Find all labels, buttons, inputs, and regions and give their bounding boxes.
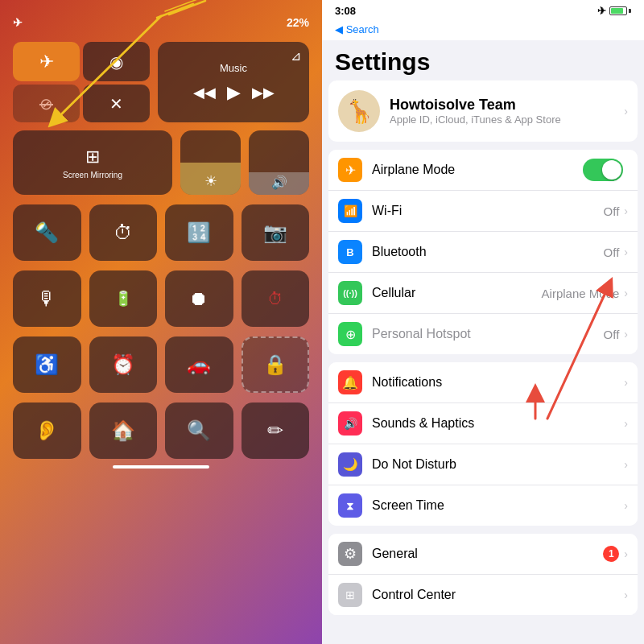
next-track-button[interactable]: ▶▶ <box>252 84 275 101</box>
bluetooth-label: Bluetooth <box>372 245 427 258</box>
screen-mirror-icon: ⊞ <box>85 147 100 167</box>
airplane-mode-text: Airplane Mode <box>372 163 583 177</box>
cellular-row[interactable]: ((·)) Cellular Airplane Mode › <box>328 273 638 314</box>
record-button[interactable]: ⏺ <box>165 270 233 327</box>
bluetooth-icon: B <box>338 240 362 264</box>
airplay-icon[interactable]: ⊿ <box>291 48 301 64</box>
battery-fill <box>611 8 623 14</box>
left-status-bar: ✈ 22% <box>13 16 309 29</box>
cellular-chevron-icon: › <box>624 287 628 299</box>
battery-body <box>609 6 627 15</box>
profile-subtitle: Apple ID, iCloud, iTunes & App Store <box>390 114 624 126</box>
accessibility-button[interactable]: ♿ <box>13 336 81 393</box>
settings-list: 🦒 Howtoisolve Team Apple ID, iCloud, iTu… <box>322 80 644 644</box>
battery-tip <box>629 9 631 13</box>
profile-section: 🦒 Howtoisolve Team Apple ID, iCloud, iTu… <box>328 80 638 142</box>
svg-line-2 <box>169 1 205 14</box>
icon-grid-2: 🎙 🔋 ⏺ ⏱ <box>13 270 309 327</box>
general-badge: 1 <box>603 546 619 562</box>
icon-grid-3: ♿ ⏰ 🚗 🔒 <box>13 336 309 393</box>
personal-hotspot-text: Personal Hotspot <box>372 327 604 341</box>
battery-button[interactable]: 🔋 <box>89 270 158 327</box>
control-center-chevron-icon: › <box>624 588 628 601</box>
wifi-off-cell[interactable]: ⊘ <box>13 85 80 122</box>
personal-hotspot-value: Off <box>604 328 620 341</box>
control-center-row[interactable]: ⊞ Control Center › <box>328 575 638 615</box>
general-chevron-icon: › <box>624 547 628 560</box>
cc-row-1: ✈ ◉ ⊘ ✕ ⊿ Music ◀◀ ▶ ▶▶ <box>13 42 309 122</box>
control-center-text: Control Center <box>372 588 624 602</box>
profile-row[interactable]: 🦒 Howtoisolve Team Apple ID, iCloud, iTu… <box>328 80 638 142</box>
wifi-row[interactable]: 📶 Wi-Fi Off › <box>328 191 638 232</box>
personal-hotspot-row[interactable]: ⊕ Personal Hotspot Off › <box>328 314 638 354</box>
personal-hotspot-icon: ⊕ <box>338 322 362 346</box>
brightness-icon: ☀ <box>204 172 217 190</box>
bluetooth-chevron-icon: › <box>624 246 628 258</box>
timer-button[interactable]: ⏱ <box>89 204 158 261</box>
profile-info: Howtoisolve Team Apple ID, iCloud, iTune… <box>390 97 624 126</box>
search-back-label: Search <box>346 23 379 35</box>
sounds-row[interactable]: 🔊 Sounds & Haptics › <box>328 403 638 444</box>
wifi-toggle[interactable]: ◉ <box>83 42 150 81</box>
sounds-label: Sounds & Haptics <box>372 416 474 430</box>
profile-avatar: 🦒 <box>338 90 380 132</box>
bluetooth-toggle[interactable]: ✕ <box>83 85 150 122</box>
wifi-value: Off <box>604 204 620 218</box>
notifications-row[interactable]: 🔔 Notifications › <box>328 362 638 403</box>
cellular-label: Cellular <box>372 286 415 299</box>
screen-time-chevron-icon: › <box>624 499 628 512</box>
profile-name: Howtoisolve Team <box>390 97 624 114</box>
clock-button[interactable]: ⏰ <box>89 336 158 393</box>
play-button[interactable]: ▶ <box>227 82 241 103</box>
calculator-button[interactable]: 🔢 <box>165 204 233 261</box>
screen-mirror-button[interactable]: ⊞ Screen Mirroring <box>13 130 172 195</box>
alarm-button[interactable]: ⏱ <box>242 270 310 327</box>
bluetooth-value: Off <box>604 246 620 259</box>
network-section: ✈ Airplane Mode 📶 Wi-Fi Off › B Bluetoot… <box>328 150 638 354</box>
wifi-label: Wi-Fi <box>372 204 402 217</box>
icon-grid-1: 🔦 ⏱ 🔢 📷 <box>13 204 309 261</box>
personal-hotspot-chevron-icon: › <box>624 328 628 341</box>
do-not-disturb-chevron-icon: › <box>624 458 628 471</box>
airplane-mode-toggle[interactable]: ✈ <box>13 42 80 81</box>
screen-time-icon: ⧗ <box>338 493 362 518</box>
home-button[interactable]: 🏠 <box>89 402 158 459</box>
wifi-text: Wi-Fi <box>372 204 604 218</box>
battery-icon <box>609 6 631 15</box>
prev-track-button[interactable]: ◀◀ <box>193 84 216 101</box>
bluetooth-row[interactable]: B Bluetooth Off › <box>328 232 638 273</box>
edit-button[interactable]: ✏ <box>242 402 310 459</box>
control-center-icon: ⊞ <box>338 583 362 607</box>
music-label: Music <box>220 62 247 74</box>
back-chevron-icon: ◀ <box>335 23 343 35</box>
airplane-mode-toggle[interactable] <box>583 159 623 181</box>
lock-button[interactable]: 🔒 <box>242 336 310 393</box>
flashlight-button[interactable]: 🔦 <box>13 204 81 261</box>
general-row[interactable]: ⚙ General 1 › <box>328 534 638 575</box>
search-back-nav[interactable]: ◀ Search <box>322 22 644 40</box>
screen-time-row[interactable]: ⧗ Screen Time › <box>328 485 638 526</box>
battery-percent: 22% <box>287 16 309 29</box>
volume-slider[interactable]: 🔊 <box>249 130 309 195</box>
camera-button[interactable]: 📷 <box>242 204 310 261</box>
settings-panel: 3:08 ✈ ◀ Search Settings 🦒 Howtoisolve T… <box>322 0 644 644</box>
cellular-text: Cellular <box>372 286 542 300</box>
notifications-label: Notifications <box>372 375 442 389</box>
zoom-button[interactable]: 🔍 <box>165 402 233 459</box>
hearing-button[interactable]: 👂 <box>13 402 81 459</box>
microphone-button[interactable]: 🎙 <box>13 270 81 327</box>
control-center-grid: ✈ ◉ ⊘ ✕ ⊿ Music ◀◀ ▶ ▶▶ ⊞ Screen Mirrori… <box>13 42 309 459</box>
wifi-chevron-icon: › <box>624 204 628 217</box>
do-not-disturb-row[interactable]: 🌙 Do Not Disturb › <box>328 444 638 485</box>
svg-line-3 <box>165 0 200 11</box>
airplane-mode-indicator: ✈ <box>13 16 23 29</box>
right-status-bar: 3:08 ✈ <box>322 0 644 22</box>
bluetooth-text: Bluetooth <box>372 245 604 259</box>
sounds-text: Sounds & Haptics <box>372 416 624 431</box>
airplane-mode-row[interactable]: ✈ Airplane Mode <box>328 150 638 191</box>
general-section: ⚙ General 1 › ⊞ Control Center › <box>328 534 638 615</box>
screen-time-text: Screen Time <box>372 498 624 513</box>
car-button[interactable]: 🚗 <box>165 336 233 393</box>
control-center-label: Control Center <box>372 588 456 601</box>
brightness-slider[interactable]: ☀ <box>180 130 241 195</box>
